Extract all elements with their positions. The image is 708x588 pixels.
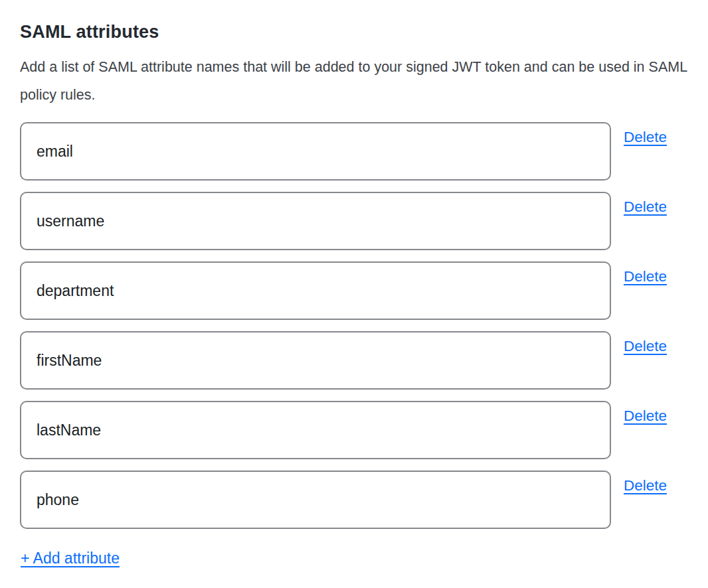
attribute-list: Delete Delete Delete Delete Delete Delet… (20, 122, 688, 529)
attribute-row: Delete (20, 401, 688, 459)
delete-link[interactable]: Delete (624, 337, 667, 356)
attribute-row: Delete (20, 261, 688, 320)
attribute-input-phone[interactable] (20, 471, 611, 529)
section-description: Add a list of SAML attribute names that … (20, 53, 688, 109)
attribute-input-username[interactable] (20, 192, 611, 250)
attribute-row: Delete (20, 122, 688, 181)
delete-link[interactable]: Delete (624, 198, 667, 216)
attribute-row: Delete (20, 331, 688, 390)
attribute-input-lastname[interactable] (20, 401, 611, 459)
delete-link[interactable]: Delete (624, 128, 667, 147)
saml-attributes-section: SAML attributes Add a list of SAML attri… (0, 0, 708, 588)
attribute-row: Delete (20, 471, 688, 529)
delete-link[interactable]: Delete (624, 267, 667, 286)
delete-link[interactable]: Delete (624, 477, 667, 495)
attribute-input-firstname[interactable] (20, 331, 611, 390)
section-title: SAML attributes (20, 19, 688, 45)
attribute-row: Delete (20, 192, 688, 250)
attribute-input-email[interactable] (20, 122, 611, 181)
attribute-input-department[interactable] (20, 261, 611, 320)
delete-link[interactable]: Delete (624, 407, 667, 425)
add-attribute-link[interactable]: + Add attribute (21, 548, 120, 568)
